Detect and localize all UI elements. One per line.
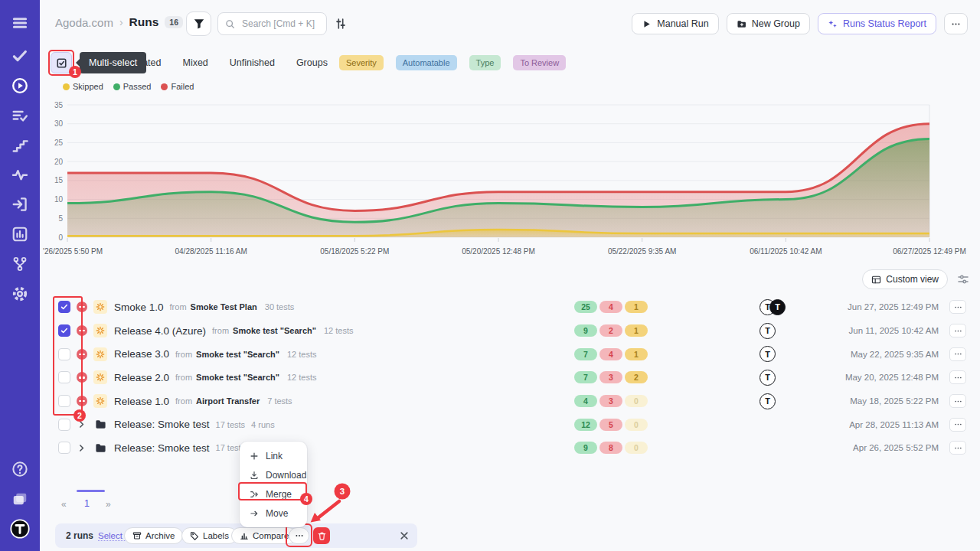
run-title[interactable]: Release: Smoke test: [114, 419, 210, 430]
row-checkbox[interactable]: [58, 324, 70, 337]
sidebar-item-folders[interactable]: [11, 490, 29, 508]
compare-button[interactable]: Compare: [231, 527, 297, 544]
row-more-button[interactable]: [949, 300, 966, 314]
menu-item-label: Move: [266, 508, 288, 519]
run-title[interactable]: Release 3.0: [114, 348, 169, 360]
pagination-page-1[interactable]: 1: [84, 498, 90, 509]
menu-item-label: Link: [266, 451, 283, 461]
svg-text:05/20/2025 12:48 PM: 05/20/2025 12:48 PM: [462, 247, 535, 256]
view-settings-icon[interactable]: [957, 273, 969, 285]
row-more-button[interactable]: [949, 324, 966, 337]
filter-tag-automatable[interactable]: Automatable: [396, 55, 457, 70]
breadcrumb-project[interactable]: Agoda.com: [55, 16, 113, 29]
failed-badge: 8: [599, 442, 622, 454]
sidebar-item-help[interactable]: [11, 460, 29, 478]
sidebar-item-logo-t[interactable]: [11, 520, 29, 538]
automated-run-icon: [93, 300, 107, 314]
header-more-button[interactable]: [944, 13, 968, 34]
row-checkbox[interactable]: [58, 371, 70, 383]
filter-button[interactable]: [186, 11, 211, 36]
sidebar-item-play-circle[interactable]: [11, 77, 29, 95]
menu-item-move[interactable]: Move: [240, 504, 307, 523]
menu-item-download[interactable]: Download: [240, 465, 307, 484]
tab-groups[interactable]: Groups: [296, 57, 328, 68]
row-checkbox[interactable]: [58, 348, 70, 360]
manual-run-button[interactable]: Manual Run: [632, 13, 718, 34]
failed-badge: 3: [599, 395, 622, 407]
expand-chevron[interactable]: [76, 442, 87, 454]
run-title[interactable]: Release 1.0: [114, 396, 169, 407]
filter-tag-to-review[interactable]: To Review: [513, 55, 566, 70]
tab-mixed[interactable]: Mixed: [182, 57, 207, 68]
run-title[interactable]: Release 2.0: [114, 372, 169, 383]
sparkle-burst-icon: [96, 373, 105, 382]
custom-view-button[interactable]: Custom view: [862, 269, 948, 289]
sidebar-item-import[interactable]: [11, 195, 29, 214]
sidebar-item-check[interactable]: [11, 47, 29, 65]
sidebar-item-pulse[interactable]: [11, 165, 29, 184]
tests-count: 12 tests: [287, 350, 317, 359]
filter-tag-severity[interactable]: Severity: [339, 55, 384, 70]
compare-chart-icon: [240, 531, 249, 540]
automated-run-icon: [93, 324, 107, 337]
run-title[interactable]: Release 4.0 (Azure): [114, 325, 206, 337]
folder-icon: [95, 442, 106, 454]
group-row: Release: Smoke test17 tests4 runs1250Apr…: [55, 412, 968, 436]
pagination: « 1 »: [55, 490, 132, 516]
svg-text:3: 3: [340, 487, 345, 496]
search-input[interactable]: [240, 18, 319, 30]
sidebar-item-branch[interactable]: [11, 255, 29, 273]
sidebar-item-menu[interactable]: [11, 14, 29, 32]
row-checkbox[interactable]: [58, 442, 70, 454]
breadcrumb: Agoda.com › Runs 16: [55, 15, 183, 29]
menu-item-link[interactable]: Link: [240, 446, 307, 465]
passed-badge: 7: [574, 371, 597, 383]
sidebar-item-gear[interactable]: [11, 285, 29, 303]
row-more-button[interactable]: [949, 394, 966, 408]
branch-icon: [11, 256, 28, 272]
svg-text:20: 20: [54, 158, 64, 166]
sparkle-burst-icon: [96, 350, 105, 359]
plan-name[interactable]: Airport Transfer: [196, 396, 260, 406]
run-title[interactable]: Smoke 1.0: [114, 302, 164, 313]
logo-t-icon: [10, 519, 30, 539]
not-runnable-icon: [76, 372, 87, 383]
row-checkbox[interactable]: [58, 301, 70, 313]
run-title[interactable]: Release: Smoke test: [114, 442, 210, 454]
multi-select-tooltip: Multi-select: [80, 52, 146, 73]
arrow-right-icon: [250, 509, 259, 518]
run-date: May 22, 2025 9:35 AM: [851, 350, 939, 359]
pagination-active-indicator: [77, 490, 105, 492]
filter-tag-type[interactable]: Type: [469, 55, 501, 70]
runs-status-report-button[interactable]: Runs Status Report: [818, 13, 936, 34]
bulk-more-button[interactable]: [289, 527, 309, 544]
sidebar-item-list-check[interactable]: [11, 106, 29, 125]
close-action-bar-icon[interactable]: [399, 530, 410, 541]
row-checkbox[interactable]: [58, 395, 70, 407]
search-box[interactable]: [217, 12, 327, 35]
row-more-button[interactable]: [949, 441, 966, 455]
plan-name[interactable]: Smoke test "Search": [196, 350, 279, 359]
pagination-next[interactable]: »: [106, 499, 111, 510]
row-more-button[interactable]: [949, 347, 966, 361]
new-group-button[interactable]: New Group: [727, 13, 810, 34]
sidebar-item-bar-chart[interactable]: [11, 225, 29, 243]
legend-dot-passed: [113, 83, 120, 90]
row-more-button[interactable]: [949, 418, 966, 432]
filter-settings-icon[interactable]: [335, 18, 347, 30]
sidebar-item-steps[interactable]: [11, 136, 29, 155]
plan-name[interactable]: Smoke test "Search": [233, 326, 316, 335]
assignee-avatars: T: [760, 393, 776, 409]
skipped-badge: 0: [625, 395, 648, 407]
archive-button[interactable]: Archive: [124, 527, 183, 544]
plan-name[interactable]: Smoke Test Plan: [191, 302, 257, 311]
sparkle-burst-icon: [96, 396, 105, 406]
row-more-button[interactable]: [949, 370, 966, 384]
menu-item-merge[interactable]: Merge: [240, 484, 307, 504]
labels-button[interactable]: Labels: [181, 527, 237, 544]
tab-unfinished[interactable]: Unfinished: [230, 57, 275, 68]
plan-name[interactable]: Smoke test "Search": [196, 373, 279, 382]
assignee-avatars: T: [760, 346, 776, 362]
row-checkbox[interactable]: [58, 419, 70, 431]
pagination-prev[interactable]: «: [61, 499, 67, 510]
